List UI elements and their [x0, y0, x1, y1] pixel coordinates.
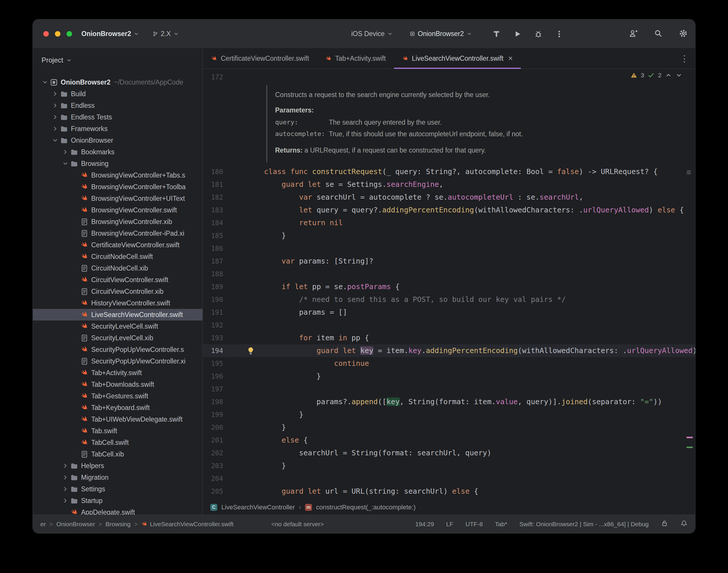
run-target-selector[interactable]: iOS Device: [351, 30, 393, 38]
tree-item[interactable]: CircuitNodeCell.swift: [33, 251, 203, 262]
chevron-down-icon[interactable]: [60, 158, 70, 169]
tree-item[interactable]: BrowsingViewController+Tabs.s: [33, 169, 203, 181]
status-breadcrumb-item[interactable]: OnionBrowser: [56, 521, 95, 528]
tree-item[interactable]: Tab+Activity.swift: [33, 367, 203, 379]
chevron-right-icon[interactable]: [60, 495, 70, 507]
line-number[interactable]: 206: [203, 498, 223, 500]
code-line[interactable]: 185 }: [203, 229, 695, 242]
code-line[interactable]: 199 }: [203, 408, 695, 421]
code-line[interactable]: 197: [203, 383, 695, 396]
editor-tab[interactable]: CertificateViewController.swift: [203, 49, 317, 68]
server-widget[interactable]: <no default server>: [271, 521, 324, 528]
minimize-window-button[interactable]: [55, 31, 60, 37]
chevron-down-icon[interactable]: [40, 76, 50, 88]
code-line[interactable]: 181 guard let se = Settings.searchEngine…: [203, 178, 695, 191]
tree-item[interactable]: Browsing: [33, 158, 203, 169]
chevron-down-icon[interactable]: [50, 135, 60, 146]
tree-item[interactable]: Migration: [33, 472, 203, 483]
tree-item[interactable]: OnionBrowser2~/Documents/AppCode: [33, 76, 203, 88]
code-line[interactable]: 186: [203, 242, 695, 255]
code-line[interactable]: 206 return nil: [203, 498, 695, 500]
settings-button[interactable]: [679, 29, 688, 39]
tree-item[interactable]: SecurityPopUpViewController.s: [33, 344, 203, 355]
code-line[interactable]: 182 var searchUrl = autocomplete ? se.au…: [203, 191, 695, 204]
tree-item[interactable]: Build: [33, 88, 203, 100]
tree-item[interactable]: BrowsingViewController.xib: [33, 216, 203, 227]
line-number[interactable]: 193: [203, 331, 223, 344]
code-line[interactable]: 195 continue: [203, 357, 695, 370]
tree-item[interactable]: Startup: [33, 495, 203, 507]
editor-tab-active[interactable]: LiveSearchViewController.swift×: [394, 49, 521, 68]
tree-item[interactable]: Tab+Keyboard.swift: [33, 402, 203, 413]
code-line[interactable]: 183 let query = query?.addingPercentEnco…: [203, 204, 695, 216]
line-number[interactable]: 192: [203, 319, 223, 331]
code-line[interactable]: 202 searchUrl = String(format: searchUrl…: [203, 447, 695, 459]
tree-item[interactable]: CertificateViewController.swift: [33, 239, 203, 251]
lightbulb-icon[interactable]: [246, 346, 255, 355]
tree-item[interactable]: Frameworks: [33, 123, 203, 135]
tree-item[interactable]: CircuitViewController.swift: [33, 274, 203, 285]
code-line[interactable]: 204: [203, 472, 695, 485]
code-line[interactable]: 200 }: [203, 421, 695, 434]
more-actions-button[interactable]: [549, 25, 570, 43]
tree-item[interactable]: Tab.swift: [33, 425, 203, 437]
chevron-right-icon[interactable]: [50, 100, 60, 111]
tree-item[interactable]: TabCell.xib: [33, 448, 203, 460]
tree-item[interactable]: SecurityLevelCell.swift: [33, 320, 203, 332]
line-number[interactable]: 196: [203, 370, 223, 383]
line-number[interactable]: 195: [203, 357, 223, 370]
chevron-right-icon[interactable]: [50, 123, 60, 135]
line-number[interactable]: 203: [203, 459, 223, 472]
line-number[interactable]: 186: [203, 242, 223, 255]
notifications-button[interactable]: [680, 520, 688, 528]
tree-item[interactable]: SecurityLevelCell.xib: [33, 332, 203, 344]
code-line[interactable]: 188: [203, 268, 695, 280]
indent-widget[interactable]: Tab*: [495, 521, 507, 528]
tree-item[interactable]: Helpers: [33, 460, 203, 472]
code-line[interactable]: 203 }: [203, 459, 695, 472]
tree-item[interactable]: Tab+Downloads.swift: [33, 379, 203, 390]
chevron-right-icon[interactable]: [60, 472, 70, 483]
code-line[interactable]: 201 else {: [203, 434, 695, 447]
git-branch-selector[interactable]: 2.X: [153, 30, 179, 38]
encoding-widget[interactable]: UTF-8: [465, 521, 483, 528]
tab-options-kebab-icon[interactable]: ⋮: [680, 53, 689, 64]
context-widget[interactable]: Swift: OnionBrowser2 | Sim - ...x86_64] …: [519, 521, 649, 528]
code-line[interactable]: 184 return nil: [203, 216, 695, 229]
tree-item[interactable]: CircuitNodeCell.xib: [33, 262, 203, 274]
line-number[interactable]: 189: [203, 280, 223, 293]
chevron-right-icon[interactable]: [50, 88, 60, 100]
build-button[interactable]: [486, 25, 507, 43]
breadcrumb-method[interactable]: constructRequest(_:autocomplete:): [316, 504, 415, 511]
code-editor[interactable]: 3 2 ≡ 172Constructs a request to the sea…: [203, 69, 695, 500]
search-everywhere-button[interactable]: [654, 29, 663, 39]
run-configuration-selector[interactable]: OnionBrowser2: [410, 30, 472, 38]
tree-item[interactable]: Settings: [33, 483, 203, 495]
tree-item[interactable]: Endless: [33, 100, 203, 111]
tree-item[interactable]: BrowsingViewController+UIText: [33, 193, 203, 204]
line-number[interactable]: 197: [203, 383, 223, 396]
tree-item[interactable]: BrowsingViewController.swift: [33, 204, 203, 216]
close-tab-icon[interactable]: ×: [508, 55, 513, 62]
line-number[interactable]: 187: [203, 255, 223, 268]
tree-item[interactable]: BrowsingViewController-iPad.xi: [33, 227, 203, 239]
caret-position-widget[interactable]: 194:29: [415, 521, 434, 528]
tree-item[interactable]: Tab+Gestures.swift: [33, 390, 203, 402]
tree-item[interactable]: Bookmarks: [33, 146, 203, 158]
project-panel-header[interactable]: Project: [33, 52, 203, 68]
line-number[interactable]: 191: [203, 306, 223, 319]
tree-item[interactable]: SecurityPopUpViewController.xi: [33, 355, 203, 367]
code-line[interactable]: 190 /* need to send this as a POST, so b…: [203, 293, 695, 306]
code-line[interactable]: 187 var params: [String]?: [203, 255, 695, 268]
code-line[interactable]: 192: [203, 319, 695, 331]
line-number[interactable]: 183: [203, 204, 223, 216]
code-with-me-button[interactable]: [629, 29, 638, 39]
breadcrumb-class[interactable]: LiveSearchViewController: [221, 504, 295, 511]
code-line[interactable]: 194 guard let key = item.key.addingPerce…: [203, 344, 695, 357]
run-button[interactable]: [507, 25, 528, 43]
line-number[interactable]: 181: [203, 178, 223, 191]
code-line[interactable]: 180class func constructRequest(_ query: …: [203, 165, 695, 178]
tree-item[interactable]: OnionBrowser: [33, 135, 203, 146]
chevron-right-icon[interactable]: [60, 483, 70, 495]
editor-tab[interactable]: Tab+Activity.swift: [317, 49, 394, 68]
